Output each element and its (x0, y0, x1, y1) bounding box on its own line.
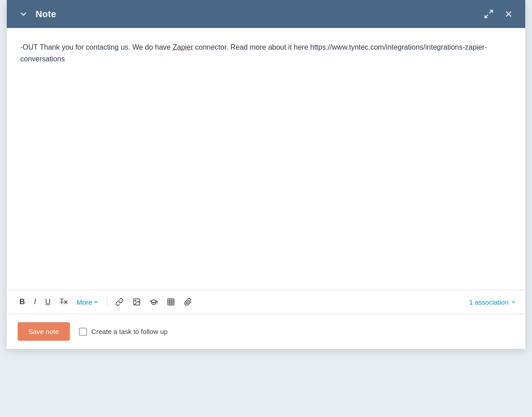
toolbar-area: B I U Tx More (7, 290, 525, 314)
toolbar-right: 1 association (469, 298, 516, 306)
task-checkbox-area[interactable]: Create a task to follow up (79, 328, 168, 336)
task-label: Create a task to follow up (92, 328, 168, 335)
svg-rect-4 (168, 299, 174, 305)
association-button[interactable]: 1 association (469, 298, 516, 306)
task-checkbox[interactable] (79, 328, 87, 336)
note-content-area[interactable]: -OUT Thank you for contacting us. We do … (7, 28, 525, 290)
close-button[interactable] (503, 8, 514, 20)
strikethrough-button[interactable]: Tx (56, 295, 71, 309)
table-button[interactable] (163, 295, 179, 309)
note-panel: Note -OUT Thank you for conta (7, 0, 525, 349)
toolbar-separator (107, 297, 107, 307)
link-button[interactable] (112, 295, 127, 309)
footer-area: Save note Create a task to follow up (7, 314, 525, 349)
zapier-word: Zapier (173, 43, 193, 51)
svg-point-3 (135, 300, 136, 301)
modal-overlay: Note -OUT Thank you for conta (0, 0, 532, 417)
more-button[interactable]: More (73, 296, 102, 309)
snippet-button[interactable] (146, 295, 161, 309)
header-right (483, 8, 514, 20)
note-text: -OUT Thank you for contacting us. We do … (20, 42, 512, 65)
bold-button[interactable]: B (16, 295, 28, 309)
underline-button[interactable]: U (41, 295, 54, 309)
save-note-button[interactable]: Save note (18, 322, 70, 341)
attachment-button[interactable] (180, 295, 196, 309)
collapse-button[interactable] (18, 8, 29, 20)
note-header: Note (7, 0, 525, 28)
header-left: Note (18, 8, 56, 20)
image-button[interactable] (129, 295, 144, 309)
italic-button[interactable]: I (30, 295, 40, 309)
note-text-part1: -OUT Thank you for contacting us. We do … (20, 43, 173, 51)
toolbar-left: B I U Tx More (16, 295, 196, 309)
association-label: 1 association (469, 298, 509, 306)
note-title: Note (36, 9, 56, 19)
expand-button[interactable] (483, 8, 495, 20)
